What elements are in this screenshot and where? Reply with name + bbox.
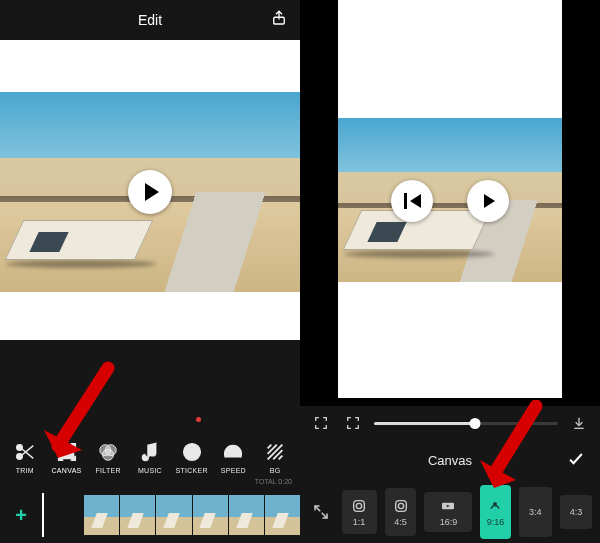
ratio-1-1[interactable]: 1:1 xyxy=(342,490,377,534)
tool-label: SPEED xyxy=(221,467,246,474)
svg-point-7 xyxy=(183,443,200,460)
screen-edit: Edit TOTAL 0:20 xyxy=(0,0,300,543)
tool-music[interactable]: MUSIC xyxy=(131,441,169,474)
share-icon[interactable] xyxy=(270,9,288,31)
ratio-label: 4:5 xyxy=(394,517,407,527)
ratio-label: 9:16 xyxy=(487,517,505,527)
download-icon[interactable] xyxy=(568,412,590,434)
svg-rect-12 xyxy=(395,500,406,511)
play-button[interactable] xyxy=(128,170,172,214)
canvas-9-16-frame xyxy=(338,0,562,398)
ratio-4-3[interactable]: 4:3 xyxy=(560,495,592,529)
ratio-label: 3:4 xyxy=(529,507,542,517)
svg-point-8 xyxy=(188,449,190,451)
confirm-button[interactable] xyxy=(566,449,586,472)
svg-point-11 xyxy=(356,503,361,508)
video-preview xyxy=(0,40,300,340)
progress-slider[interactable] xyxy=(374,422,558,425)
tool-sticker[interactable]: STICKER xyxy=(173,441,211,474)
ratio-label: 16:9 xyxy=(440,517,458,527)
tool-label: BG xyxy=(270,467,281,474)
tool-label: TRIM xyxy=(16,467,34,474)
timeline-row: + xyxy=(0,487,300,543)
ratio-label: 1:1 xyxy=(353,517,366,527)
svg-point-16 xyxy=(494,502,497,505)
notification-dot xyxy=(196,417,201,422)
screen-title: Edit xyxy=(138,12,162,28)
tool-label: MUSIC xyxy=(138,467,162,474)
play-button[interactable] xyxy=(467,180,509,222)
ratio-9-16[interactable]: 9:16 xyxy=(480,485,510,539)
ratio-3-4[interactable]: 3:4 xyxy=(519,487,552,537)
video-frame[interactable] xyxy=(0,92,300,292)
fit-icon[interactable] xyxy=(310,412,332,434)
tool-label: CANVAS xyxy=(52,467,82,474)
svg-point-9 xyxy=(193,449,195,451)
skip-back-button[interactable] xyxy=(391,180,433,222)
panel-title: Canvas xyxy=(428,453,472,468)
add-clip-button[interactable]: + xyxy=(4,498,38,532)
tool-canvas[interactable]: CANVAS xyxy=(48,441,86,474)
aspect-ratio-row: 1:1 4:5 16:9 9:16 3:4 4:3 xyxy=(300,481,600,543)
tool-bg[interactable]: BG xyxy=(256,441,294,474)
playhead[interactable] xyxy=(42,493,44,537)
svg-rect-3 xyxy=(60,445,73,458)
timeline[interactable] xyxy=(84,495,300,535)
screen-canvas: Canvas 1:1 4:5 xyxy=(300,0,600,543)
tool-label: STICKER xyxy=(175,467,207,474)
ratio-16-9[interactable]: 16:9 xyxy=(424,492,472,532)
tool-trim[interactable]: TRIM xyxy=(6,441,44,474)
scrubber-row xyxy=(300,406,600,440)
canvas-preview xyxy=(300,0,600,406)
ratio-4-5[interactable]: 4:5 xyxy=(385,488,417,536)
topbar: Edit xyxy=(0,0,300,40)
tool-speed[interactable]: SPEED xyxy=(214,441,252,474)
expand-icon[interactable] xyxy=(308,496,334,528)
ratio-label: 4:3 xyxy=(570,507,583,517)
svg-rect-10 xyxy=(354,500,365,511)
tool-label: FILTER xyxy=(96,467,121,474)
svg-point-6 xyxy=(103,449,114,460)
panel-header: Canvas xyxy=(300,442,600,478)
fullscreen-icon[interactable] xyxy=(342,412,364,434)
tool-filter[interactable]: FILTER xyxy=(89,441,127,474)
tool-row: TRIM CANVAS FILTER MUSIC STICKER SPE xyxy=(0,427,300,487)
svg-point-13 xyxy=(398,503,403,508)
